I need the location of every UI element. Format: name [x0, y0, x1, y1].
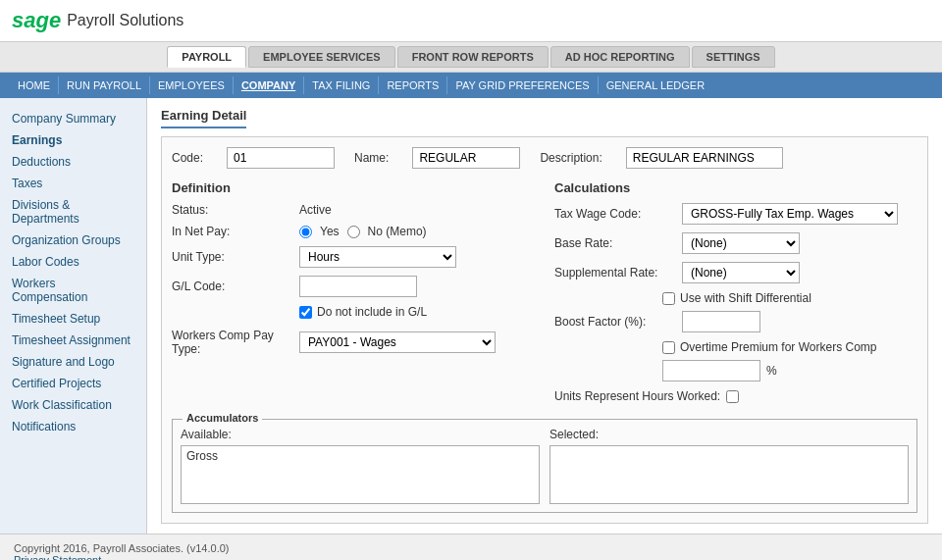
sidebar-item-certified-projects[interactable]: Certified Projects — [0, 373, 146, 394]
tab-payroll[interactable]: PAYROLL — [167, 46, 246, 68]
gl-code-row: G/L Code: — [172, 276, 535, 297]
boost-factor-row: Boost Factor (%): 100.00 — [554, 311, 917, 332]
tax-wage-code-select[interactable]: GROSS-Fully Tax Emp. Wages — [682, 203, 898, 225]
overtime-premium-checkbox[interactable] — [662, 341, 675, 354]
definition-title: Definition — [172, 180, 535, 195]
gl-code-label: G/L Code: — [172, 280, 299, 293]
two-column-section: Definition Status: Active In Net Pay: Ye… — [172, 180, 917, 403]
sub-nav-general-ledger[interactable]: GENERAL LEDGER — [599, 76, 712, 94]
sub-nav: HOME RUN PAYROLL EMPLOYEES COMPANY TAX F… — [0, 73, 942, 98]
workers-comp-select[interactable]: PAY001 - Wages PAY002 - Salary — [299, 331, 496, 353]
calculations-section: Calculations Tax Wage Code: GROSS-Fully … — [554, 180, 917, 403]
tab-settings[interactable]: SETTINGS — [692, 46, 775, 68]
sidebar-item-company-summary[interactable]: Company Summary — [0, 108, 146, 129]
sidebar-item-workers-compensation[interactable]: Workers Compensation — [0, 273, 146, 308]
radio-no[interactable] — [347, 226, 360, 238]
sidebar-item-notifications[interactable]: Notifications — [0, 416, 146, 437]
code-label: Code: — [172, 151, 203, 165]
sub-nav-tax-filing[interactable]: TAX FILING — [304, 76, 379, 94]
use-shift-differential-label: Use with Shift Differential — [680, 291, 811, 305]
in-net-pay-radio-group: Yes No (Memo) — [299, 225, 427, 238]
main-layout: Company Summary Earnings Deductions Taxe… — [0, 98, 942, 534]
do-not-include-label: Do not include in G/L — [317, 305, 427, 319]
radio-yes[interactable] — [299, 226, 312, 238]
sidebar-item-organization-groups[interactable]: Organization Groups — [0, 229, 146, 251]
sub-nav-employees[interactable]: EMPLOYEES — [150, 76, 234, 94]
boost-factor-input[interactable]: 100.00 — [682, 311, 760, 332]
units-represent-checkbox[interactable] — [726, 390, 739, 403]
privacy-link[interactable]: Privacy Statement — [14, 554, 101, 560]
overtime-premium-row: Overtime Premium for Workers Comp — [554, 340, 917, 354]
accumulators-section: Accumulators Available: Gross Selected: — [172, 419, 917, 513]
accumulators-legend: Accumulators — [183, 412, 262, 424]
sub-nav-reports[interactable]: REPORTS — [379, 76, 447, 94]
description-input[interactable] — [626, 147, 783, 169]
tax-wage-code-label: Tax Wage Code: — [554, 207, 682, 221]
acc-available-col: Available: Gross — [181, 428, 540, 504]
acc-columns: Available: Gross Selected: — [181, 428, 909, 504]
sidebar-item-timesheet-setup[interactable]: Timesheet Setup — [0, 308, 146, 330]
radio-yes-label: Yes — [320, 225, 340, 238]
unit-type-label: Unit Type: — [172, 250, 299, 264]
acc-available-label: Available: — [181, 428, 540, 441]
sidebar-item-work-classification[interactable]: Work Classification — [0, 394, 146, 416]
acc-available-item-gross[interactable]: Gross — [183, 448, 537, 464]
code-input[interactable] — [227, 147, 335, 169]
sub-nav-company[interactable]: COMPANY — [234, 76, 304, 94]
units-represent-row: Units Represent Hours Worked: — [554, 389, 917, 403]
acc-selected-label: Selected: — [550, 428, 909, 441]
sidebar-item-taxes[interactable]: Taxes — [0, 173, 146, 194]
percent-row: % — [554, 360, 917, 382]
sidebar-item-labor-codes[interactable]: Labor Codes — [0, 251, 146, 273]
tax-wage-code-row: Tax Wage Code: GROSS-Fully Tax Emp. Wage… — [554, 203, 917, 225]
footer: Copyright 2016, Payroll Associates. (v14… — [0, 534, 942, 560]
page-title: Earning Detail — [161, 108, 246, 128]
status-value: Active — [299, 203, 332, 217]
sage-logo-text: sage — [12, 8, 61, 33]
status-row: Status: Active — [172, 203, 535, 217]
use-shift-differential-checkbox[interactable] — [662, 292, 675, 305]
sidebar-item-divisions-departments[interactable]: Divisions & Departments — [0, 194, 146, 229]
gl-code-input[interactable] — [299, 276, 417, 297]
workers-comp-label: Workers Comp Pay Type: — [172, 329, 299, 356]
tab-ad-hoc-reporting[interactable]: AD HOC REPORTING — [550, 46, 690, 68]
product-name: Payroll Solutions — [67, 12, 183, 29]
sidebar: Company Summary Earnings Deductions Taxe… — [0, 98, 147, 534]
sidebar-item-timesheet-assignment[interactable]: Timesheet Assignment — [0, 330, 146, 351]
acc-available-list[interactable]: Gross — [181, 445, 540, 504]
use-shift-differential-row: Use with Shift Differential — [554, 291, 917, 305]
in-net-pay-row: In Net Pay: Yes No (Memo) — [172, 225, 535, 238]
logo: sage Payroll Solutions — [12, 8, 183, 33]
supplemental-rate-label: Supplemental Rate: — [554, 266, 682, 280]
definition-section: Definition Status: Active In Net Pay: Ye… — [172, 180, 535, 403]
supplemental-rate-row: Supplemental Rate: (None) — [554, 262, 917, 283]
sidebar-item-deductions[interactable]: Deductions — [0, 151, 146, 173]
supplemental-rate-select[interactable]: (None) — [682, 262, 800, 283]
sub-nav-run-payroll[interactable]: RUN PAYROLL — [59, 76, 150, 94]
sidebar-item-earnings[interactable]: Earnings — [0, 129, 146, 151]
name-input[interactable] — [412, 147, 520, 169]
base-rate-row: Base Rate: (None) — [554, 232, 917, 254]
copyright-text: Copyright 2016, Payroll Associates. (v14… — [14, 542, 928, 554]
units-represent-label: Units Represent Hours Worked: — [554, 389, 720, 403]
sub-nav-home[interactable]: HOME — [10, 76, 59, 94]
tab-front-row-reports[interactable]: FRONT ROW REPORTS — [397, 46, 549, 68]
calculations-title: Calculations — [554, 180, 917, 195]
unit-type-row: Unit Type: Hours Units Amount — [172, 246, 535, 268]
in-net-pay-label: In Net Pay: — [172, 225, 299, 238]
sidebar-item-signature-logo[interactable]: Signature and Logo — [0, 351, 146, 373]
percent-input[interactable] — [662, 360, 760, 382]
description-label: Description: — [540, 151, 602, 165]
base-rate-select[interactable]: (None) — [682, 232, 800, 254]
do-not-include-checkbox[interactable] — [299, 306, 312, 319]
code-name-desc-row: Code: Name: Description: — [172, 147, 917, 169]
do-not-include-row: Do not include in G/L — [172, 305, 535, 319]
sub-nav-pay-grid-preferences[interactable]: PAY GRID PREFERENCES — [447, 76, 598, 94]
earning-detail-box: Code: Name: Description: Definition Stat… — [161, 136, 928, 524]
unit-type-select[interactable]: Hours Units Amount — [299, 246, 456, 268]
top-nav-tabs: PAYROLL EMPLOYEE SERVICES FRONT ROW REPO… — [167, 46, 774, 68]
radio-no-label: No (Memo) — [368, 225, 427, 238]
workers-comp-row: Workers Comp Pay Type: PAY001 - Wages PA… — [172, 329, 535, 356]
acc-selected-list[interactable] — [550, 445, 909, 504]
tab-employee-services[interactable]: EMPLOYEE SERVICES — [248, 46, 395, 68]
